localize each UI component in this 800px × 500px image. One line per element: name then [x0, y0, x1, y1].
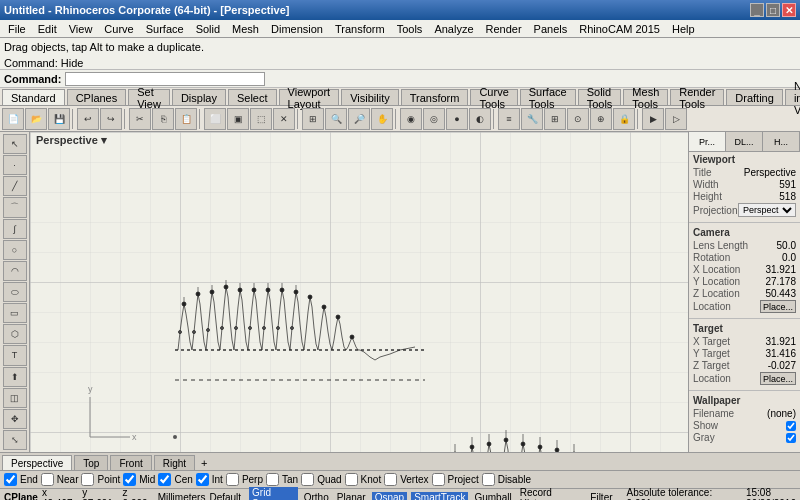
rpanel-tab-display[interactable]: DL...	[726, 132, 763, 151]
tool-rectangle[interactable]: ▭	[3, 303, 27, 323]
point-checkbox[interactable]	[81, 473, 94, 486]
tb-zoom-in[interactable]: 🔍	[325, 108, 347, 130]
tb-zoom-out[interactable]: 🔎	[348, 108, 370, 130]
tb-properties[interactable]: 🔧	[521, 108, 543, 130]
tab-surface-tools[interactable]: Surface Tools	[520, 89, 576, 105]
menu-mesh[interactable]: Mesh	[226, 22, 265, 36]
tab-display[interactable]: Display	[172, 89, 226, 105]
vp-tab-right[interactable]: Right	[154, 455, 195, 470]
tb-render[interactable]: ▶	[642, 108, 664, 130]
tool-move[interactable]: ✥	[3, 409, 27, 429]
vertex-checkbox[interactable]	[384, 473, 397, 486]
tab-visibility[interactable]: Visibility	[341, 89, 399, 105]
close-button[interactable]: ✕	[782, 3, 796, 17]
projection-select[interactable]: Perspective Parallel	[738, 203, 796, 217]
tab-viewport-layout[interactable]: Viewport Layout	[279, 89, 340, 105]
tb-cut[interactable]: ✂	[129, 108, 151, 130]
smarttrack-btn[interactable]: SmartTrack	[411, 492, 468, 500]
tab-curve-tools[interactable]: Curve Tools	[470, 89, 517, 105]
tb-copy[interactable]: ⎘	[152, 108, 174, 130]
vp-tab-perspective[interactable]: Perspective	[2, 455, 72, 470]
tan-checkbox[interactable]	[266, 473, 279, 486]
viewport-canvas[interactable]: x y	[30, 132, 688, 452]
menu-panels[interactable]: Panels	[528, 22, 574, 36]
menu-edit[interactable]: Edit	[32, 22, 63, 36]
tool-curve[interactable]: ∫	[3, 219, 27, 239]
minimize-button[interactable]: _	[750, 3, 764, 17]
tb-select-all[interactable]: ⬜	[204, 108, 226, 130]
menu-transform[interactable]: Transform	[329, 22, 391, 36]
tool-extrude[interactable]: ⬆	[3, 367, 27, 387]
vp-tab-front[interactable]: Front	[110, 455, 151, 470]
osnap-btn[interactable]: Osnap	[372, 492, 407, 500]
tool-circle[interactable]: ○	[3, 240, 27, 260]
ortho-btn[interactable]: Ortho	[302, 492, 331, 500]
menu-solid[interactable]: Solid	[190, 22, 226, 36]
tab-mesh-tools[interactable]: Mesh Tools	[623, 89, 668, 105]
record-history-btn[interactable]: Record History	[518, 487, 585, 501]
tool-polyline[interactable]: ⌒	[3, 197, 27, 217]
menu-analyze[interactable]: Analyze	[428, 22, 479, 36]
menu-curve[interactable]: Curve	[98, 22, 139, 36]
menu-rhinocam[interactable]: RhinoCAM 2015	[573, 22, 666, 36]
tab-new-in-v5[interactable]: New in V5	[785, 89, 800, 105]
target-place-btn[interactable]: Place...	[760, 372, 796, 385]
wallpaper-gray-checkbox[interactable]	[786, 433, 796, 443]
knot-checkbox[interactable]	[345, 473, 358, 486]
wallpaper-show-checkbox[interactable]	[786, 421, 796, 431]
tb-undo[interactable]: ↩	[77, 108, 99, 130]
tab-select[interactable]: Select	[228, 89, 277, 105]
vp-tab-add[interactable]: +	[197, 456, 211, 470]
menu-surface[interactable]: Surface	[140, 22, 190, 36]
tool-select[interactable]: ↖	[3, 134, 27, 154]
grid-snap-btn[interactable]: Grid Snap	[249, 487, 298, 501]
project-checkbox[interactable]	[432, 473, 445, 486]
menu-dimension[interactable]: Dimension	[265, 22, 329, 36]
tab-solid-tools[interactable]: Solid Tools	[578, 89, 622, 105]
tool-surface[interactable]: ◫	[3, 388, 27, 408]
int-checkbox[interactable]	[196, 473, 209, 486]
tb-zoom-ext[interactable]: ⊞	[302, 108, 324, 130]
tb-window-sel[interactable]: ▣	[227, 108, 249, 130]
disable-checkbox[interactable]	[482, 473, 495, 486]
tab-drafting[interactable]: Drafting	[726, 89, 783, 105]
menu-render[interactable]: Render	[480, 22, 528, 36]
cen-checkbox[interactable]	[158, 473, 171, 486]
tb-preview[interactable]: ▷	[665, 108, 687, 130]
viewport-perspective-label[interactable]: Perspective ▾	[32, 134, 111, 147]
tb-ghosted[interactable]: ◐	[469, 108, 491, 130]
gumball-btn[interactable]: Gumball	[472, 492, 513, 500]
tool-polygon[interactable]: ⬡	[3, 324, 27, 344]
tab-setview[interactable]: Set View	[128, 89, 170, 105]
mid-checkbox[interactable]	[123, 473, 136, 486]
command-input[interactable]	[65, 72, 265, 86]
tool-line[interactable]: ╱	[3, 176, 27, 196]
planar-btn[interactable]: Planar	[335, 492, 368, 500]
tb-shaded[interactable]: ◉	[400, 108, 422, 130]
tb-layer[interactable]: ≡	[498, 108, 520, 130]
tb-paste[interactable]: 📋	[175, 108, 197, 130]
tab-render-tools[interactable]: Render Tools	[670, 89, 724, 105]
tb-grid[interactable]: ⊞	[544, 108, 566, 130]
maximize-button[interactable]: □	[766, 3, 780, 17]
tool-text[interactable]: T	[3, 345, 27, 365]
near-checkbox[interactable]	[41, 473, 54, 486]
rpanel-tab-help[interactable]: H...	[763, 132, 800, 151]
tab-cplanes[interactable]: CPlanes	[67, 89, 127, 105]
tab-standard[interactable]: Standard	[2, 89, 65, 105]
tb-save[interactable]: 💾	[48, 108, 70, 130]
tb-open[interactable]: 📂	[25, 108, 47, 130]
tb-snap[interactable]: ⊕	[590, 108, 612, 130]
tb-osnap[interactable]: ⊙	[567, 108, 589, 130]
camera-place-btn[interactable]: Place...	[760, 300, 796, 313]
tool-point[interactable]: ·	[3, 155, 27, 175]
rpanel-tab-properties[interactable]: Pr...	[689, 132, 726, 151]
tb-new[interactable]: 📄	[2, 108, 24, 130]
filter-btn[interactable]: Filter	[588, 492, 614, 500]
tb-crossing-sel[interactable]: ⬚	[250, 108, 272, 130]
menu-tools[interactable]: Tools	[391, 22, 429, 36]
vp-tab-top[interactable]: Top	[74, 455, 108, 470]
tab-transform[interactable]: Transform	[401, 89, 469, 105]
tool-arc[interactable]: ◠	[3, 261, 27, 281]
tb-redo[interactable]: ↪	[100, 108, 122, 130]
